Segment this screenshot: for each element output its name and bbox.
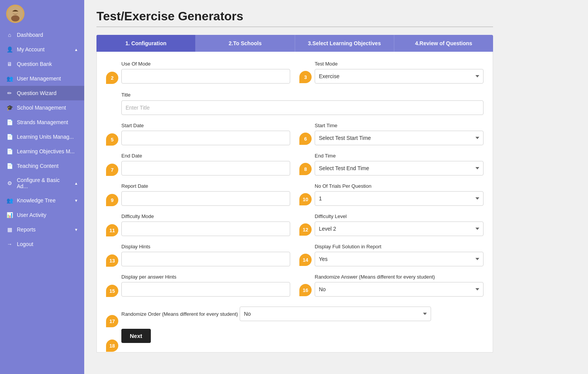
title-divider: [96, 26, 493, 27]
user-icon: 👤: [6, 46, 13, 53]
sidebar-item-user-activity[interactable]: 📊 User Activity: [0, 208, 84, 222]
form-area: 2 Use Of Mode As a Test/Exercise 3 Test …: [96, 52, 493, 353]
step-badge-12: 12: [299, 223, 312, 236]
display-hints-label: Display Hints: [121, 244, 290, 249]
sidebar-item-label: Strands Management: [17, 119, 68, 125]
step-badge-8: 8: [299, 163, 312, 175]
sidebar-item-learning-units[interactable]: 📄 Learning Units Manag...: [0, 130, 84, 144]
step-badge-16: 16: [299, 284, 312, 296]
sidebar-item-label: Dashboard: [17, 32, 43, 38]
sidebar-item-user-management[interactable]: 👥 User Management: [0, 71, 84, 86]
chevron-up-icon: ▲: [74, 48, 78, 52]
title-input[interactable]: [121, 100, 483, 115]
report-date-label: Report Date: [121, 183, 290, 189]
randomize-order-label: Randomize Order (Means different for eve…: [121, 311, 238, 317]
step-badge-17: 17: [106, 315, 118, 327]
trials-select[interactable]: 1: [315, 191, 483, 206]
test-mode-select[interactable]: Exercise: [315, 69, 483, 84]
tab-configuration[interactable]: 1. Configuration: [96, 35, 196, 52]
sidebar-item-strands-management[interactable]: 📄 Strands Management: [0, 115, 84, 130]
sidebar-item-learning-objectives[interactable]: 📄 Learning Objectives M...: [0, 144, 84, 159]
step-badge-15: 15: [106, 285, 118, 297]
sidebar-item-label: School Management: [17, 105, 66, 111]
display-full-solution-label: Display Full Solution in Report: [315, 244, 483, 249]
end-time-label: End Time: [315, 153, 483, 159]
svg-point-2: [11, 15, 20, 21]
tab-objectives[interactable]: 3.Select Learning Objectives: [295, 35, 394, 52]
file-icon-3: 📄: [6, 148, 13, 155]
title-label: Title: [121, 92, 131, 98]
start-date-input[interactable]: 01/08/2022: [121, 131, 290, 145]
sidebar-item-configure[interactable]: ⚙ Configure & Basic Ad... ▲: [0, 173, 84, 193]
step-badge-13: 13: [106, 254, 118, 267]
tab-review[interactable]: 4.Review of Questions: [394, 35, 493, 52]
display-per-answer-input[interactable]: Yes: [121, 282, 290, 297]
sidebar-item-label: User Management: [17, 75, 61, 82]
display-full-solution-select[interactable]: Yes: [315, 252, 483, 266]
sidebar-item-label: Learning Units Manag...: [17, 134, 74, 140]
graduation-icon: 🎓: [6, 104, 13, 111]
step-badge-5: 5: [106, 133, 118, 146]
chevron-down-icon: ▼: [74, 198, 78, 203]
gear-icon: ⚙: [6, 180, 13, 187]
randomize-answer-select[interactable]: No: [315, 282, 483, 297]
sidebar-item-teaching-content[interactable]: 📄 Teaching Content: [0, 159, 84, 173]
sidebar-item-label: Question Wizard: [17, 90, 56, 96]
end-time-select[interactable]: Select Test End Time: [315, 161, 483, 176]
difficulty-mode-input[interactable]: Manual: [121, 221, 290, 236]
next-button[interactable]: Next: [121, 329, 151, 343]
sidebar-item-label: Learning Objectives M...: [17, 148, 75, 154]
sidebar-item-school-management[interactable]: 🎓 School Management: [0, 100, 84, 115]
chevron-up-icon-2: ▲: [74, 181, 78, 185]
end-date-input[interactable]: 01/08/2022: [121, 161, 290, 176]
difficulty-level-label: Difficulty Level: [315, 213, 483, 219]
step-badge-11: 11: [106, 224, 118, 236]
step-badge-7: 7: [106, 164, 118, 176]
step-badge-6: 6: [299, 133, 312, 145]
sidebar: ⌂ Dashboard 👤 My Account ▲ 🖥 Question Ba…: [0, 0, 84, 374]
trials-label: No Of Trials Per Question: [315, 183, 483, 189]
start-time-select[interactable]: Select Test Start Time: [315, 131, 483, 145]
difficulty-level-select[interactable]: Level 2: [315, 221, 483, 236]
report-date-input[interactable]: After Submit: [121, 191, 290, 206]
start-time-label: Start Time: [315, 123, 483, 128]
display-per-answer-label: Display per answer Hints: [121, 274, 290, 280]
users-icon: 👥: [6, 75, 13, 82]
step-badge-2: 2: [106, 72, 118, 84]
tree-icon: 👥: [6, 197, 13, 204]
step-badge-9: 9: [106, 194, 118, 206]
sidebar-item-label: Teaching Content: [17, 163, 59, 169]
chevron-down-icon-2: ▼: [74, 228, 78, 232]
step-badge-14: 14: [299, 254, 312, 266]
sidebar-item-my-account[interactable]: 👤 My Account ▲: [0, 42, 84, 57]
file-icon: 📄: [6, 119, 13, 126]
sidebar-item-dashboard[interactable]: ⌂ Dashboard: [0, 28, 84, 42]
test-mode-label: Test Mode: [315, 61, 483, 67]
file-icon-4: 📄: [6, 162, 13, 169]
sidebar-item-question-bank[interactable]: 🖥 Question Bank: [0, 57, 84, 71]
main-content: Test/Exercise Generators 1. Configuratio…: [84, 0, 588, 374]
page-title: Test/Exercise Generators: [96, 9, 493, 23]
tab-schools[interactable]: 2.To Schools: [196, 35, 295, 52]
randomize-order-select[interactable]: No: [240, 307, 431, 321]
sidebar-item-label: Question Bank: [17, 61, 52, 67]
home-icon: ⌂: [6, 31, 13, 38]
display-hints-input[interactable]: Yes: [121, 252, 290, 266]
file-icon-2: 📄: [6, 133, 13, 140]
sidebar-item-question-wizard[interactable]: ✏ Question Wizard: [0, 86, 84, 100]
avatar[interactable]: [6, 5, 24, 23]
sidebar-item-label: Logout: [17, 241, 33, 247]
use-of-mode-input[interactable]: As a Test/Exercise: [121, 69, 290, 84]
use-of-mode-label: Use Of Mode: [121, 61, 290, 67]
end-date-label: End Date: [121, 153, 290, 159]
step-badge-10: 10: [299, 193, 312, 205]
avatar-container: [0, 0, 84, 28]
pencil-icon: ✏: [6, 90, 13, 97]
difficulty-mode-label: Difficulty Mode: [121, 213, 290, 219]
sidebar-item-label: Reports: [17, 226, 36, 233]
sidebar-item-label: User Activity: [17, 212, 46, 218]
sidebar-item-knowledge-tree[interactable]: 👥 Knowledge Tree ▼: [0, 193, 84, 208]
sidebar-item-reports[interactable]: ▦ Reports ▼: [0, 222, 84, 237]
sidebar-item-logout[interactable]: → Logout: [0, 237, 84, 251]
desktop-icon: 🖥: [6, 61, 13, 67]
